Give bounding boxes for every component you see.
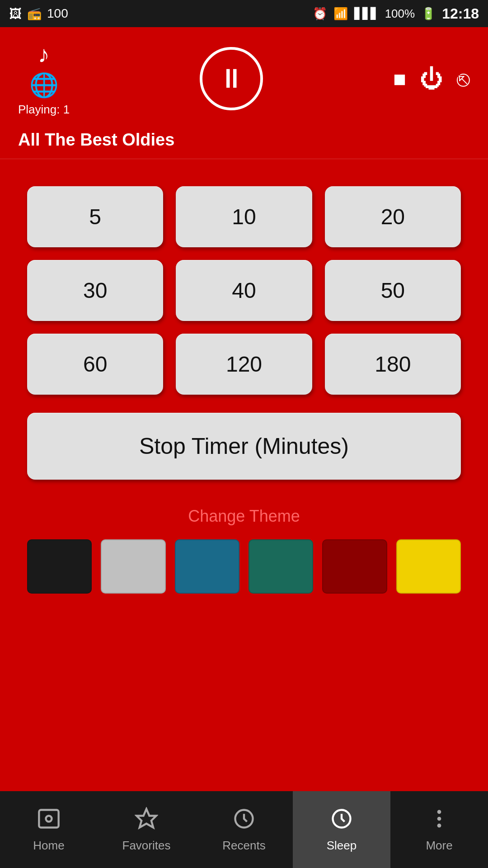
favorites-nav-label: Favorites (122, 839, 171, 853)
sleep-nav-icon (330, 807, 353, 834)
svg-marker-2 (136, 809, 156, 827)
home-nav-icon (37, 807, 61, 834)
nav-item-favorites[interactable]: Favorites (98, 791, 195, 868)
timer-btn-5[interactable]: 5 (27, 186, 163, 247)
battery-percentage: 100% (385, 7, 415, 21)
music-icon[interactable]: ♪ (38, 41, 50, 68)
nav-item-more[interactable]: More (390, 791, 488, 868)
change-theme-label: Change Theme (27, 507, 461, 526)
stop-timer-button[interactable]: Stop Timer (Minutes) (27, 413, 461, 480)
notification-count: 100 (47, 6, 68, 21)
status-bar: 🖼 📻 100% 100 ⏰ 📶 ▋▋▋ 100% 🔋 12:18 (0, 0, 488, 27)
favorites-nav-icon (135, 807, 158, 834)
header-right: ■ ⏻ ⎋ (393, 65, 470, 92)
status-time: 12:18 (442, 5, 479, 22)
theme-swatch-steel-blue[interactable] (175, 539, 239, 594)
nav-item-sleep[interactable]: Sleep (293, 791, 390, 868)
alarm-icon: ⏰ (313, 7, 327, 21)
svg-rect-0 (39, 810, 58, 827)
timer-btn-120[interactable]: 120 (176, 334, 312, 395)
share-button[interactable]: ⎋ (457, 66, 470, 91)
timer-grid: 5102030405060120180 (27, 186, 461, 395)
sleep-nav-label: Sleep (327, 839, 357, 853)
svg-point-1 (46, 816, 52, 821)
timer-btn-30[interactable]: 30 (27, 260, 163, 321)
svg-point-6 (437, 816, 441, 821)
recents-nav-icon (232, 807, 256, 834)
battery-icon: 🔋 (421, 7, 436, 21)
theme-swatch-silver[interactable] (101, 539, 165, 594)
main-content: 5102030405060120180 Stop Timer (Minutes)… (0, 159, 488, 607)
timer-btn-60[interactable]: 60 (27, 334, 163, 395)
home-nav-label: Home (33, 839, 64, 853)
globe-icon[interactable]: 🌐 (29, 71, 59, 99)
timer-btn-20[interactable]: 20 (325, 186, 461, 247)
nav-item-recents[interactable]: Recents (195, 791, 293, 868)
timer-btn-180[interactable]: 180 (325, 334, 461, 395)
timer-btn-50[interactable]: 50 (325, 260, 461, 321)
status-right: ⏰ 📶 ▋▋▋ 100% 🔋 12:18 (313, 5, 479, 22)
stop-button[interactable]: ■ (393, 66, 406, 91)
more-nav-label: More (426, 839, 452, 853)
theme-swatch-yellow[interactable] (396, 539, 461, 594)
power-button[interactable]: ⏻ (420, 65, 443, 92)
recents-nav-label: Recents (222, 839, 265, 853)
theme-swatch-black[interactable] (27, 539, 92, 594)
nav-item-home[interactable]: Home (0, 791, 98, 868)
svg-point-5 (437, 810, 441, 814)
bottom-nav: HomeFavoritesRecentsSleepMore (0, 791, 488, 868)
status-left: 🖼 📻 100% 100 (9, 6, 68, 21)
signal-icon: ▋▋▋ (354, 7, 379, 20)
station-name: All The Best Oldies (0, 126, 488, 159)
more-nav-icon (427, 807, 451, 834)
header-left: ♪ 🌐 Playing: 1 (18, 41, 70, 117)
wifi-icon: 📶 (333, 7, 348, 21)
theme-swatch-teal[interactable] (249, 539, 313, 594)
header: ♪ 🌐 Playing: 1 ⏸ ■ ⏻ ⎋ (0, 27, 488, 126)
playing-label: Playing: 1 (18, 103, 70, 117)
gallery-icon: 🖼 (9, 6, 22, 21)
app-icon: 📻 (27, 7, 42, 21)
timer-btn-40[interactable]: 40 (176, 260, 312, 321)
svg-point-7 (437, 823, 441, 827)
pause-icon: ⏸ (218, 65, 245, 92)
theme-swatch-dark-red[interactable] (322, 539, 387, 594)
timer-btn-10[interactable]: 10 (176, 186, 312, 247)
theme-swatches (27, 539, 461, 594)
pause-button[interactable]: ⏸ (200, 47, 263, 110)
